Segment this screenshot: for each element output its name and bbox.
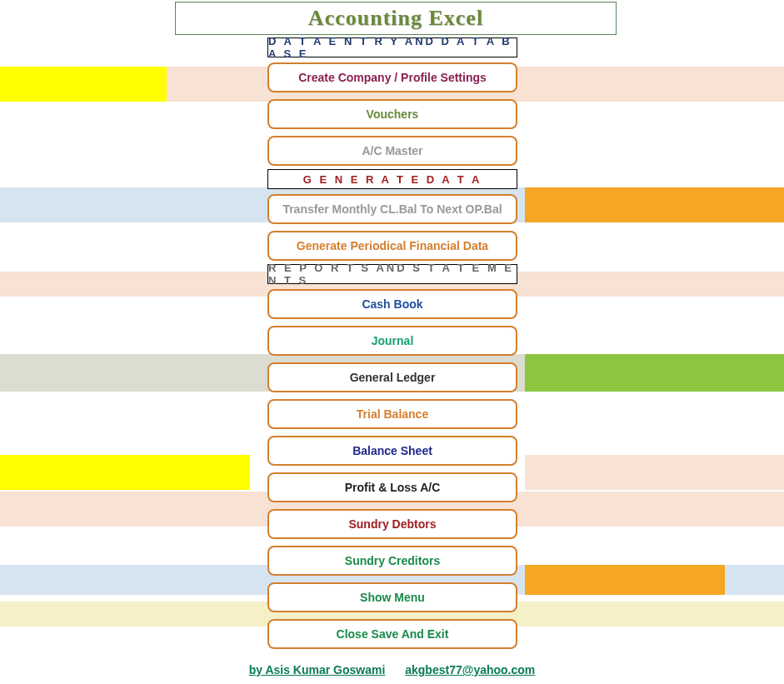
menu-button-generate-1[interactable]: Generate Periodical Financial Data xyxy=(267,231,517,261)
section-header-generate: G E N E R A T E D A T A xyxy=(267,169,517,189)
menu-button-reports-5[interactable]: Profit & Loss A/C xyxy=(267,472,517,502)
menu-button-reports-6[interactable]: Sundry Debtors xyxy=(267,509,517,539)
menu-button-data-entry-0[interactable]: Create Company / Profile Settings xyxy=(267,62,517,92)
menu-button-data-entry-1[interactable]: Vouchers xyxy=(267,99,517,129)
menu-button-reports-4[interactable]: Balance Sheet xyxy=(267,436,517,466)
menu-button-data-entry-2[interactable]: A/C Master xyxy=(267,136,517,166)
menu-button-reports-9[interactable]: Close Save And Exit xyxy=(267,619,517,649)
app-title-box: Accounting Excel xyxy=(175,2,617,35)
section-header-reports: R E P O R T S AND S T A T E M E N T S xyxy=(267,264,517,284)
section-header-data-entry: D A T A E N T R Y AND D A T A B A S E xyxy=(267,37,517,57)
menu-button-reports-8[interactable]: Show Menu xyxy=(267,582,517,612)
menu-button-reports-1[interactable]: Journal xyxy=(267,326,517,356)
menu-button-reports-7[interactable]: Sundry Creditors xyxy=(267,546,517,576)
app-title: Accounting Excel xyxy=(308,6,483,31)
footer-author[interactable]: by Asis Kumar Goswami xyxy=(249,663,386,677)
footer: by Asis Kumar Goswami akgbest77@yahoo.co… xyxy=(0,663,784,677)
menu-button-reports-0[interactable]: Cash Book xyxy=(267,289,517,319)
menu-button-generate-0[interactable]: Transfer Monthly CL.Bal To Next OP.Bal xyxy=(267,194,517,224)
menu-button-reports-3[interactable]: Trial Balance xyxy=(267,399,517,429)
menu-button-reports-2[interactable]: General Ledger xyxy=(267,362,517,392)
footer-email[interactable]: akgbest77@yahoo.com xyxy=(405,663,535,677)
